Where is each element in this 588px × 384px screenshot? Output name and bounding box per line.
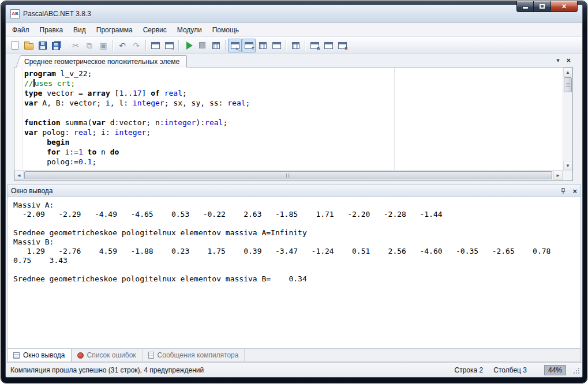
vertical-scroll-thumb[interactable] <box>564 77 572 92</box>
application-window: AB PascalABC.NET 3.8.3 × ФайлПравкаВидПр… <box>6 5 582 377</box>
designer-window-icon <box>310 42 319 49</box>
redo-button[interactable]: ↷ <box>129 39 143 52</box>
stop-button[interactable] <box>195 39 209 52</box>
insert-snippet-icon <box>165 42 174 49</box>
menu-edit[interactable]: Правка <box>35 24 69 36</box>
cut-button[interactable]: ✂ <box>69 39 83 52</box>
close-button[interactable]: × <box>550 1 578 12</box>
vertical-scrollbar[interactable]: ▲ ▼ <box>563 67 572 170</box>
toolbar-separator <box>305 40 305 51</box>
document-tab-label: Среднее геометрическое положительных эле… <box>24 58 179 66</box>
toolbar: ✂⧉▣↶↷ <box>6 37 582 54</box>
resize-grip[interactable] <box>572 366 580 374</box>
menu-program[interactable]: Программа <box>91 24 138 36</box>
console-window-toggle-icon <box>231 42 239 49</box>
modules-window-icon <box>259 42 267 49</box>
code-editor[interactable]: program l_v_22;//uses crt;type vector = … <box>14 67 572 170</box>
scroll-down-arrow[interactable]: ▼ <box>563 161 572 170</box>
code-line: //uses crt; <box>24 78 562 88</box>
save-all-button[interactable] <box>50 39 63 52</box>
tab-compiler-messages[interactable]: Сообщения компилятора <box>143 349 245 362</box>
close-icon: × <box>561 2 566 10</box>
run-icon <box>186 42 193 50</box>
copy-button[interactable]: ⧉ <box>83 39 96 52</box>
window-controls: × <box>516 1 578 12</box>
tab-error-list[interactable]: Список ошибок <box>72 349 143 362</box>
tab-close-icon[interactable]: × <box>566 57 571 64</box>
modules-window-button[interactable] <box>256 39 269 52</box>
output-console: Massiv A: -2.09 -2.29 -4.49 -4.65 0.53 -… <box>7 197 581 348</box>
form-window-button[interactable] <box>269 39 283 52</box>
menu-service[interactable]: Сервис <box>138 24 172 36</box>
toolbar-separator <box>225 40 226 51</box>
output-line: Massiv A: <box>8 201 580 210</box>
compile-icon <box>212 42 220 49</box>
menu-file[interactable]: Файл <box>7 24 35 36</box>
watch-window-icon <box>292 42 299 49</box>
menu-modules[interactable]: Модули <box>172 24 207 36</box>
horizontal-scroll-thumb[interactable] <box>24 171 552 179</box>
scroll-right-arrow[interactable]: ► <box>553 171 563 180</box>
new-file-button[interactable] <box>8 39 22 52</box>
copy-icon: ⧉ <box>87 42 92 50</box>
zoom-level-badge[interactable]: 44% <box>544 365 566 375</box>
scroll-left-arrow[interactable]: ◄ <box>14 171 24 180</box>
lock-window-button[interactable] <box>321 39 335 52</box>
editor-panel: program l_v_22;//uses crt;type vector = … <box>14 67 573 181</box>
compile-button[interactable] <box>209 39 223 52</box>
console-window-toggle-button[interactable] <box>228 39 242 52</box>
new-file-icon <box>12 41 18 50</box>
console-panel-icon <box>151 42 160 49</box>
toolbar-separator <box>145 40 146 51</box>
open-file-icon <box>24 43 33 50</box>
code-area: program l_v_22;//uses crt;type vector = … <box>24 69 562 170</box>
minimize-button[interactable] <box>516 1 534 12</box>
output-line: Srednee geometricheskoe pologitelnux ele… <box>8 274 580 284</box>
editor-gutter <box>14 67 23 170</box>
run-button[interactable] <box>181 39 195 52</box>
output-line: Srednee geometricheskoe pologitelnux ele… <box>8 228 580 238</box>
bottom-tab-strip: Окно выводаСписок ошибокСообщения компил… <box>7 348 581 362</box>
watch-window-button[interactable] <box>289 39 302 52</box>
status-column-indicator: Столбец 3 <box>493 366 527 374</box>
code-line: polog:=0.1; <box>24 157 562 167</box>
insert-snippet-button[interactable] <box>162 39 176 52</box>
results-window-button[interactable] <box>335 39 349 52</box>
form-window-icon <box>272 42 281 49</box>
undo-button[interactable]: ↶ <box>115 39 129 52</box>
save-icon <box>39 42 47 50</box>
toolbar-separator <box>178 40 179 51</box>
console-panel-button[interactable] <box>148 39 162 52</box>
output-line <box>8 265 580 274</box>
minimize-icon <box>523 7 528 9</box>
text-window-toggle-button[interactable] <box>242 39 256 52</box>
code-line: for i:=1 to n do <box>24 147 562 157</box>
menu-bar: ФайлПравкаВидПрограммаСервисМодулиПомощь <box>6 23 582 37</box>
scroll-up-arrow[interactable]: ▲ <box>563 67 572 77</box>
undo-icon: ↶ <box>119 42 126 50</box>
maximize-button[interactable] <box>534 1 550 12</box>
tab-list-chevron-icon[interactable]: ▾ <box>556 58 559 63</box>
paste-button[interactable]: ▣ <box>96 39 110 52</box>
status-message: Компиляция прошла успешно (31 строк), 4 … <box>10 366 204 374</box>
document-tab[interactable]: Среднее геометрическое положительных эле… <box>22 55 187 67</box>
cut-icon: ✂ <box>72 42 79 50</box>
redo-icon: ↷ <box>133 42 140 50</box>
stop-icon <box>199 42 205 48</box>
designer-window-button[interactable] <box>308 39 321 52</box>
tab-strip-controls: ▾ × <box>556 57 571 64</box>
output-panel-header: Окно вывода × <box>7 185 581 197</box>
code-line: var polog: real; i: integer; <box>24 127 562 137</box>
menu-help[interactable]: Помощь <box>207 24 244 36</box>
tab-output-window[interactable]: Окно вывода <box>7 349 72 362</box>
lock-window-icon <box>324 42 333 49</box>
output-close-icon[interactable]: × <box>572 187 577 195</box>
save-button[interactable] <box>36 39 50 52</box>
menu-view[interactable]: Вид <box>68 24 91 36</box>
pin-icon[interactable] <box>560 187 567 194</box>
open-file-button[interactable] <box>22 39 36 52</box>
toolbar-separator <box>113 40 113 51</box>
horizontal-scrollbar[interactable]: ◄ ► <box>14 170 572 180</box>
text-window-toggle-icon <box>245 42 253 49</box>
error-list-icon <box>77 352 84 359</box>
